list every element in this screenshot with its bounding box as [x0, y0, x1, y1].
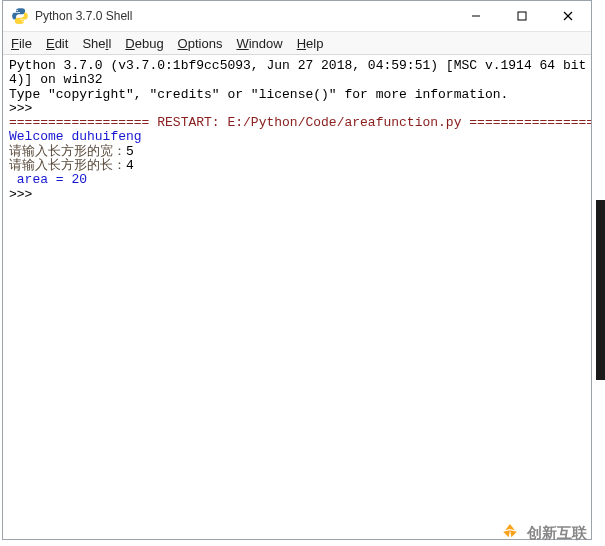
restart-line: ================== RESTART: E:/Python/Co…	[9, 115, 591, 130]
input-width-label: 请输入长方形的宽：	[9, 144, 126, 159]
close-button[interactable]	[545, 1, 591, 31]
watermark-icon	[499, 522, 521, 544]
menu-help[interactable]: Help	[297, 36, 324, 51]
maximize-button[interactable]	[499, 1, 545, 31]
banner-line-3: Type "copyright", "credits" or "license(…	[9, 87, 508, 102]
minimize-button[interactable]	[453, 1, 499, 31]
watermark: 创新互联	[499, 522, 587, 544]
python-shell-window: Python 3.7.0 Shell File Edit Shell Debug…	[2, 0, 592, 540]
input-length-label: 请输入长方形的长：	[9, 158, 126, 173]
menu-shell[interactable]: Shell	[82, 36, 111, 51]
titlebar[interactable]: Python 3.7.0 Shell	[3, 1, 591, 32]
menu-debug[interactable]: Debug	[125, 36, 163, 51]
window-title: Python 3.7.0 Shell	[35, 9, 453, 23]
watermark-text: 创新互联	[527, 524, 587, 543]
menu-edit[interactable]: Edit	[46, 36, 68, 51]
python-icon	[11, 7, 29, 25]
welcome-line: Welcome duhuifeng	[9, 129, 142, 144]
input-length-value: 4	[126, 158, 134, 173]
right-dark-strip	[596, 200, 605, 380]
banner-line-1: Python 3.7.0 (v3.7.0:1bf9cc5093, Jun 27 …	[9, 58, 591, 73]
input-width-value: 5	[126, 144, 134, 159]
area-output: area = 20	[9, 172, 87, 187]
menu-window[interactable]: Window	[236, 36, 282, 51]
prompt-cursor: >>>	[9, 187, 40, 202]
banner-line-2: 4)] on win32	[9, 72, 103, 87]
prompt: >>>	[9, 101, 40, 116]
menu-options[interactable]: Options	[178, 36, 223, 51]
menubar: File Edit Shell Debug Options Window Hel…	[3, 32, 591, 55]
svg-rect-1	[518, 12, 526, 20]
shell-content[interactable]: Python 3.7.0 (v3.7.0:1bf9cc5093, Jun 27 …	[3, 55, 591, 539]
menu-file[interactable]: File	[11, 36, 32, 51]
